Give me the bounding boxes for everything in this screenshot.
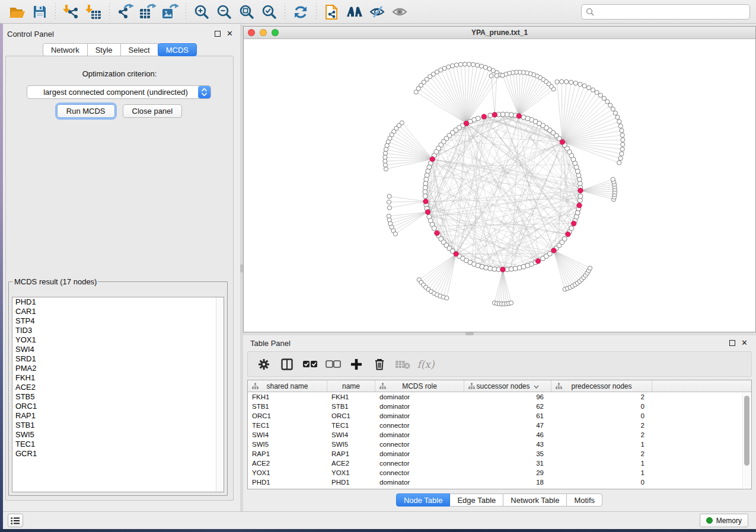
graph-node[interactable] bbox=[605, 100, 610, 104]
graph-node[interactable] bbox=[621, 137, 625, 142]
graph-node[interactable] bbox=[383, 163, 387, 167]
tab-motifs[interactable]: Motifs bbox=[566, 493, 602, 507]
graph-node[interactable] bbox=[617, 120, 621, 124]
tab-style[interactable]: Style bbox=[87, 43, 121, 56]
memory-button[interactable]: Memory bbox=[700, 514, 748, 527]
graph-node[interactable] bbox=[613, 111, 617, 115]
graph-node[interactable] bbox=[578, 194, 583, 198]
table-row[interactable]: YOX1YOX1connector291 bbox=[248, 468, 751, 477]
table-cell[interactable]: YOX1 bbox=[327, 468, 375, 477]
graph-node[interactable] bbox=[618, 124, 623, 128]
table-cell[interactable]: ACE2 bbox=[248, 459, 327, 468]
table-cell[interactable]: PHD1 bbox=[248, 477, 327, 487]
graph-node[interactable] bbox=[487, 67, 492, 71]
table-cell[interactable]: 35 bbox=[464, 449, 551, 459]
graph-node[interactable] bbox=[387, 194, 391, 198]
graph-node[interactable] bbox=[555, 80, 559, 84]
graph-node[interactable] bbox=[588, 266, 592, 270]
table-cell[interactable]: 0 bbox=[551, 477, 652, 487]
table-row[interactable]: ACE2ACE2connector311 bbox=[248, 459, 751, 468]
graph-mcds-node[interactable] bbox=[566, 232, 570, 236]
import-table-button[interactable] bbox=[82, 2, 105, 22]
graph-node[interactable] bbox=[608, 103, 613, 107]
mcds-result-item[interactable]: PHD1 bbox=[12, 297, 224, 307]
table-cell[interactable]: SWI4 bbox=[327, 430, 375, 440]
network-graph[interactable] bbox=[244, 39, 755, 332]
table-cell[interactable]: ACE2 bbox=[327, 459, 375, 468]
table-cell[interactable]: 2 bbox=[551, 449, 652, 459]
mcds-result-item[interactable]: STB1 bbox=[12, 421, 224, 430]
mcds-list-scrollbar[interactable] bbox=[216, 297, 224, 492]
graph-node[interactable] bbox=[611, 107, 615, 111]
table-cell[interactable]: dominator bbox=[375, 411, 464, 421]
graph-node[interactable] bbox=[618, 156, 623, 161]
table-cell[interactable]: 1 bbox=[551, 468, 652, 477]
graph-node[interactable] bbox=[383, 151, 387, 155]
graph-node[interactable] bbox=[393, 232, 397, 236]
mcds-result-item[interactable]: SWI4 bbox=[12, 345, 224, 354]
graph-node[interactable] bbox=[560, 79, 564, 84]
graph-node[interactable] bbox=[620, 129, 624, 133]
graph-node[interactable] bbox=[483, 65, 487, 69]
refresh-layout-button[interactable] bbox=[289, 2, 312, 22]
save-session-button[interactable] bbox=[28, 2, 51, 22]
deselect-all-columns-button[interactable] bbox=[324, 355, 342, 374]
table-cell[interactable]: 2 bbox=[551, 430, 652, 440]
graph-mcds-node[interactable] bbox=[500, 267, 505, 272]
mcds-result-item[interactable]: SWI5 bbox=[12, 430, 224, 440]
table-cell[interactable]: 0 bbox=[551, 411, 652, 421]
mcds-result-item[interactable]: SRD1 bbox=[12, 354, 224, 364]
zoom-selected-button[interactable] bbox=[258, 2, 280, 22]
table-row[interactable]: STB1STB1dominator620 bbox=[248, 402, 751, 411]
mcds-result-item[interactable]: STB5 bbox=[12, 392, 224, 402]
column-header-predecessor-nodes[interactable]: predecessor nodes bbox=[551, 380, 652, 392]
table-cell[interactable]: 2 bbox=[551, 421, 652, 430]
mcds-result-item[interactable]: PMA2 bbox=[12, 364, 224, 373]
graph-node[interactable] bbox=[586, 85, 591, 89]
table-cell[interactable]: dominator bbox=[375, 392, 464, 402]
graph-node[interactable] bbox=[414, 90, 418, 94]
graph-mcds-node[interactable] bbox=[577, 203, 582, 208]
graph-node[interactable] bbox=[476, 63, 480, 67]
graph-node[interactable] bbox=[383, 155, 387, 159]
table-cell[interactable]: dominator bbox=[375, 477, 464, 487]
table-cell[interactable]: ORC1 bbox=[248, 411, 327, 421]
table-cell[interactable]: 62 bbox=[464, 402, 551, 411]
graph-node[interactable] bbox=[564, 79, 569, 84]
mcds-result-item[interactable]: CAR1 bbox=[12, 307, 224, 316]
graph-node[interactable] bbox=[602, 96, 606, 100]
graph-mcds-node[interactable] bbox=[551, 248, 556, 253]
graph-mcds-node[interactable] bbox=[560, 140, 564, 145]
graph-node[interactable] bbox=[488, 113, 493, 118]
mcds-result-item[interactable]: TID3 bbox=[12, 326, 224, 335]
graph-node[interactable] bbox=[582, 84, 586, 88]
mcds-result-item[interactable]: TEC1 bbox=[12, 440, 224, 449]
graph-node[interactable] bbox=[432, 226, 436, 230]
graph-mcds-node[interactable] bbox=[425, 210, 430, 214]
export-network-button[interactable] bbox=[114, 2, 136, 22]
graph-mcds-node[interactable] bbox=[464, 121, 468, 126]
close-panel-button[interactable]: Close panel bbox=[123, 104, 183, 118]
zoom-out-button[interactable] bbox=[213, 2, 235, 22]
open-folder-button[interactable] bbox=[6, 2, 28, 22]
table-cell[interactable]: TEC1 bbox=[327, 421, 375, 430]
graph-node[interactable] bbox=[462, 62, 467, 66]
float-panel-icon[interactable] bbox=[215, 31, 221, 37]
graph-node[interactable] bbox=[598, 93, 602, 97]
table-cell[interactable]: 29 bbox=[464, 468, 551, 477]
create-column-button[interactable] bbox=[347, 355, 365, 374]
graph-node[interactable] bbox=[562, 236, 567, 241]
table-cell[interactable]: STB1 bbox=[327, 402, 375, 411]
graph-node[interactable] bbox=[620, 147, 624, 151]
table-cell[interactable]: 61 bbox=[464, 411, 551, 421]
graph-node[interactable] bbox=[495, 73, 499, 78]
mcds-result-item[interactable]: STP4 bbox=[12, 316, 224, 326]
criterion-select[interactable]: largest connected component (undirected) bbox=[27, 85, 211, 99]
select-all-columns-button[interactable] bbox=[301, 355, 319, 374]
graph-node[interactable] bbox=[446, 65, 451, 69]
zoom-fit-button[interactable] bbox=[235, 2, 258, 22]
table-cell[interactable]: connector bbox=[375, 459, 464, 468]
table-cell[interactable]: dominator bbox=[375, 402, 464, 411]
search-network-button[interactable] bbox=[343, 2, 366, 22]
table-cell[interactable]: SWI5 bbox=[327, 440, 375, 449]
